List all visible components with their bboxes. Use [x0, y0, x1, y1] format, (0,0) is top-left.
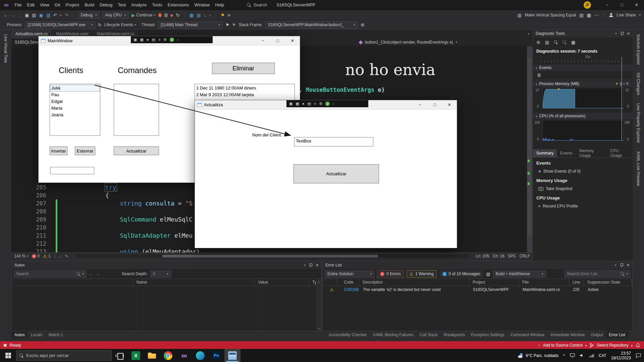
minimize-button[interactable]: − [256, 36, 270, 46]
spacing-label[interactable]: Make Vertical Spacing Equal [525, 13, 576, 17]
layout-adorners-icon[interactable]: ≡ [158, 38, 160, 42]
error-list-row[interactable]: ⚠ CS0168 The variable 'e2' is declared b… [323, 286, 632, 293]
collapse-adorner-icon[interactable]: ‹ [333, 102, 334, 106]
memory-chart[interactable]: ▼ [542, 88, 624, 109]
eliminar-button[interactable]: Eliminar [212, 63, 275, 74]
language-indicator[interactable]: CAT [599, 353, 606, 358]
layout-icon[interactable]: ▦ [587, 13, 591, 17]
autos-header[interactable]: Autos ▾ ✕ [12, 261, 321, 269]
error-list-header[interactable]: Error List ▾ ✕ [323, 261, 632, 269]
pin-icon[interactable] [620, 32, 624, 36]
prev-issue-icon[interactable]: ↑ [54, 254, 56, 258]
scroll-down-icon[interactable]: ▾ [318, 327, 320, 330]
debug-adorner-toolbar[interactable]: ▣ ▦ ● ▤ ≡ ⚙ ✓ ‹ [131, 36, 213, 43]
live-share-icon[interactable] [609, 13, 613, 17]
search-options-icon[interactable]: ▾ [626, 272, 628, 276]
column-header[interactable]: File [519, 279, 569, 286]
member-dropdown[interactable]: button1_Click(object sender, RoutedEvent… [357, 39, 459, 46]
filter-icon[interactable]: ▧ [486, 272, 490, 276]
tray-expand-icon[interactable]: ^ [563, 353, 565, 358]
search-options-icon[interactable]: ▾ [82, 272, 84, 276]
column-header[interactable]: Name [133, 279, 255, 286]
solution-platform-combo[interactable]: Any CPU▾ [102, 12, 128, 19]
action-center-icon[interactable] [636, 353, 641, 358]
client-list-item[interactable]: Julià [50, 85, 100, 92]
display-adorners-icon[interactable]: ● [147, 38, 149, 42]
live-visual-tree-tab[interactable]: Live Visual Tree [3, 31, 8, 66]
maximize-button[interactable]: □ [614, 0, 629, 10]
solution-configuration-combo[interactable]: Debug▾ [78, 12, 100, 19]
errors-filter-button[interactable]: ✕ 0 Errors [377, 270, 404, 278]
task-view-icon[interactable] [112, 349, 128, 362]
search-box[interactable]: Search [247, 2, 267, 7]
save-icon[interactable]: ▣ [39, 13, 43, 17]
window-position-icon[interactable]: ▾ [615, 263, 616, 267]
bottom-panel-tab[interactable]: Command Window [507, 331, 547, 339]
bottom-textbox[interactable] [50, 167, 94, 174]
undo-dropdown-icon[interactable]: ▾ [60, 13, 62, 17]
bottom-panel-tab[interactable]: Call Stack [417, 331, 441, 339]
step-over-icon[interactable]: ↑ [209, 13, 211, 17]
select-element-icon[interactable]: ▦ [140, 38, 143, 42]
close-panel-icon[interactable]: ✕ [627, 263, 630, 267]
search-next-icon[interactable]: → [96, 272, 100, 276]
column-header[interactable]: Project [469, 279, 519, 286]
debug-settings-icon[interactable]: ⚙ [361, 23, 365, 27]
minimize-button[interactable]: − [600, 0, 614, 10]
window-position-icon[interactable]: ▾ [304, 263, 306, 267]
diagnostics-tab[interactable]: Events [557, 149, 576, 157]
horizontal-scrollbar[interactable] [76, 254, 469, 258]
close-button[interactable]: ✕ [285, 36, 300, 46]
window-position-icon[interactable]: ▾ [615, 32, 617, 35]
menu-item[interactable]: Edit [24, 2, 37, 7]
reset-view-icon[interactable]: ▦ [571, 40, 575, 45]
next-issue-icon[interactable]: ↓ [59, 254, 62, 258]
show-events-link[interactable]: ◆ Show Events (0 of 0) [538, 169, 581, 174]
client-list-item[interactable]: Joana [50, 112, 100, 118]
client-list-item[interactable]: Pau [50, 92, 100, 98]
client-name-textbox[interactable]: TextBox [294, 137, 373, 146]
menu-item[interactable]: Help [212, 2, 227, 7]
bottom-panel-tab[interactable]: Exception Settings [468, 331, 507, 339]
continue-button[interactable]: ▶ Continue ▾ [131, 13, 155, 17]
repository-caret-icon[interactable]: ▴ [631, 344, 633, 347]
background-tasks-icon[interactable]: ▣ [3, 343, 7, 347]
cpu-section-header[interactable]: ▴CPU (% of all processors) [533, 113, 633, 119]
menu-item[interactable]: Test [115, 2, 128, 7]
record-cpu-link[interactable]: ● Record CPU Profile [538, 204, 578, 208]
severity-column-header[interactable] [323, 279, 337, 286]
source-control-caret-icon[interactable]: ▴ [585, 344, 587, 347]
tab-list-dropdown-icon[interactable]: ▾ [528, 32, 529, 36]
step-into-icon[interactable]: ↓ [204, 13, 206, 17]
photoshop-icon[interactable] [208, 349, 224, 362]
editor-scrollbar[interactable] [527, 46, 532, 252]
column-header[interactable]: Value [255, 279, 309, 286]
navigate-back-icon[interactable]: ← [3, 13, 8, 17]
watch-panel-tab[interactable]: Locals [28, 331, 46, 339]
excel-icon[interactable] [128, 349, 144, 362]
client-list-item[interactable]: Maria [50, 105, 100, 112]
side-panel-tab[interactable]: XAML Live Preview [636, 148, 641, 189]
more-tools-icon[interactable]: ⋯ [594, 13, 599, 17]
order-list-item[interactable]: 1 Dec 11 1980 12:00AM diners [195, 85, 294, 92]
start-button[interactable] [0, 349, 16, 362]
watch-panel-tab[interactable]: Autos [11, 331, 28, 339]
menu-item[interactable]: Analyze [128, 2, 149, 7]
menu-item[interactable]: File [12, 2, 24, 7]
search-prev-icon[interactable]: ← [89, 272, 93, 276]
chrome-icon[interactable] [160, 349, 176, 362]
taskbar-clock[interactable]: 23:57 18/11/2023 [611, 351, 631, 360]
scroll-up-icon[interactable]: ▴ [318, 280, 320, 283]
side-panel-tab[interactable]: Live Property Explorer [636, 100, 641, 146]
xaml-designer-icon[interactable]: ▧ [197, 13, 201, 17]
save-all-icon[interactable]: ▥ [46, 13, 50, 17]
process-combo[interactable]: [21588] S16SQLServerWPF.exe ▾ [25, 21, 95, 28]
error-list-search-box[interactable]: Search Error List ▾ [565, 270, 630, 278]
diagnostics-tab[interactable]: Memory Usage [576, 149, 607, 157]
volume-tray-icon[interactable] [580, 353, 584, 358]
client-list-item[interactable]: Edgar [50, 98, 100, 105]
break-event-icon[interactable] [538, 73, 540, 77]
diagnostic-tools-header[interactable]: Diagnostic Tools ▾ ✕ [533, 29, 633, 38]
cpu-chart[interactable] [542, 120, 624, 141]
flag-all-threads-icon[interactable]: ⚑ [232, 23, 236, 27]
